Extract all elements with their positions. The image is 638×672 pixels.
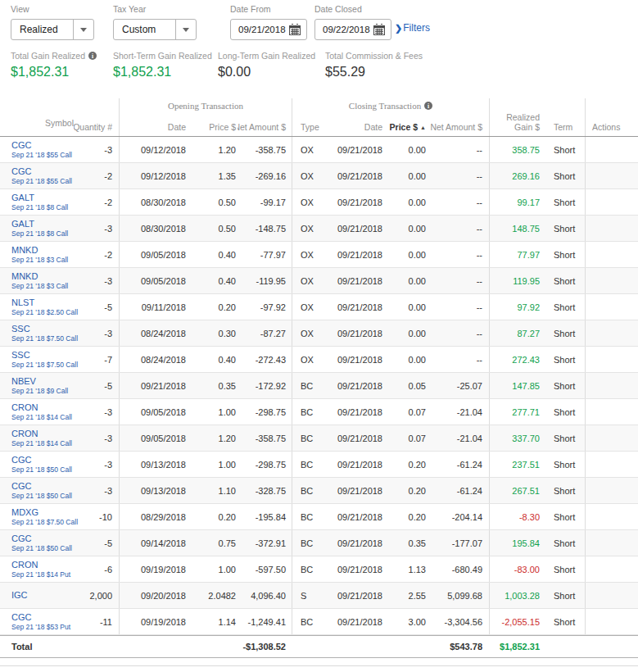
view-select[interactable]: Realized: [11, 19, 94, 40]
col-type[interactable]: Type: [292, 113, 328, 136]
option-description-link[interactable]: Sep 21 '18 $55 Call: [11, 177, 72, 186]
open-net-amount-cell: -372.91: [238, 530, 292, 556]
col-close-date[interactable]: Date: [328, 113, 387, 136]
symbol-link[interactable]: MDXG: [11, 507, 38, 518]
symbol-link[interactable]: SSC: [11, 350, 30, 361]
close-date-cell: 09/21/2018: [328, 242, 387, 267]
option-description-link[interactable]: Sep 21 '18 $50 Call: [11, 492, 72, 501]
col-symbol[interactable]: Symbol: [0, 113, 74, 136]
symbol-link[interactable]: MNKD: [11, 271, 38, 282]
open-net-amount-cell: -328.75: [238, 478, 292, 503]
symbol-cell: SSCSep 21 '18 $7.50 Call: [0, 320, 74, 346]
date-from-input[interactable]: 09/21/2018: [230, 19, 307, 40]
open-net-amount-cell: -358.75: [238, 137, 292, 162]
table-body: CGCSep 21 '18 $55 Call-309/12/20181.20-3…: [0, 137, 638, 635]
info-icon[interactable]: i: [424, 102, 432, 110]
term-cell: Short: [545, 347, 585, 372]
symbol-link[interactable]: GALT: [11, 219, 34, 229]
tax-year-select-arrow[interactable]: [175, 20, 196, 39]
close-price-cell: 0.20: [387, 452, 429, 477]
calendar-icon[interactable]: [289, 24, 301, 35]
symbol-link[interactable]: CRON: [11, 560, 38, 570]
date-closed-input[interactable]: 09/22/2018: [314, 19, 391, 40]
symbol-link[interactable]: GALT: [11, 193, 34, 203]
date-from-label: Date From: [230, 4, 307, 14]
option-description-link[interactable]: Sep 21 '18 $2.50 Call: [11, 308, 78, 317]
symbol-link[interactable]: MNKD: [11, 245, 38, 256]
col-realized-gain[interactable]: RealizedGain $: [489, 113, 545, 136]
col-close-net[interactable]: Net Amount $: [429, 113, 489, 136]
symbol-link[interactable]: CRON: [11, 402, 38, 413]
col-open-net[interactable]: Net Amount $: [238, 113, 292, 136]
option-description-link[interactable]: Sep 21 '18 $3 Call: [11, 256, 68, 265]
symbol-link[interactable]: CGC: [11, 166, 31, 177]
option-description-link[interactable]: Sep 21 '18 $7.50 Call: [11, 334, 78, 343]
filters-link[interactable]: ❯ Filters: [395, 22, 430, 34]
symbol-cell: CRONSep 21 '18 $14 Call: [0, 425, 74, 451]
col-open-price[interactable]: Price $: [191, 113, 238, 136]
actions-cell: [585, 583, 638, 608]
open-date-cell: 09/20/2018: [119, 583, 191, 608]
symbol-link[interactable]: NLST: [11, 297, 34, 308]
chevron-right-icon: ❯: [395, 23, 402, 34]
long-term-gain-summary: Long-Term Gain Realized $0.00: [218, 51, 315, 79]
option-description-link[interactable]: Sep 21 '18 $3 Call: [11, 282, 68, 291]
option-description-link[interactable]: Sep 21 '18 $7.50 Call: [11, 361, 78, 370]
close-price-cell: 2.55: [387, 583, 429, 608]
option-description-link[interactable]: Sep 21 '18 $50 Call: [11, 544, 72, 553]
close-net-amount-cell: 5,099.68: [429, 583, 489, 608]
close-type-cell: BC: [292, 609, 328, 634]
tax-year-select[interactable]: Custom: [113, 19, 197, 40]
option-description-link[interactable]: Sep 21 '18 $14 Call: [11, 413, 72, 422]
realized-gain-cell: 237.51: [489, 452, 545, 477]
col-open-date[interactable]: Date: [119, 113, 191, 136]
symbol-link[interactable]: CGC: [11, 534, 31, 544]
actions-cell: [585, 137, 638, 162]
option-description-link[interactable]: Sep 21 '18 $53 Put: [11, 623, 70, 632]
symbol-link[interactable]: CGC: [11, 481, 31, 492]
symbol-link[interactable]: CRON: [11, 429, 38, 439]
symbol-cell: MDXGSep 21 '18 $7.50 Call: [0, 504, 74, 529]
option-description-link[interactable]: Sep 21 '18 $8 Call: [11, 229, 68, 238]
calendar-icon[interactable]: [373, 24, 385, 35]
table-row: MNKDSep 21 '18 $3 Call-309/05/20180.40-1…: [0, 268, 638, 294]
open-price-cell: 1.10: [191, 478, 238, 503]
close-date-cell: 09/21/2018: [328, 556, 387, 582]
actions-cell: [585, 478, 638, 503]
option-description-link[interactable]: Sep 21 '18 $14 Put: [11, 570, 70, 579]
open-price-cell: 0.40: [191, 268, 238, 293]
col-term[interactable]: Term: [545, 113, 585, 136]
total-open-net: -$1,308.52: [238, 636, 292, 657]
term-cell: Short: [545, 452, 585, 477]
filters-link-label: Filters: [403, 22, 430, 34]
table-row: NBEVSep 21 '18 $9 Call-509/21/20180.35-1…: [0, 373, 638, 399]
term-cell: Short: [545, 137, 585, 162]
option-description-link[interactable]: Sep 21 '18 $14 Call: [11, 439, 72, 448]
symbol-link[interactable]: NBEV: [11, 376, 36, 387]
close-price-cell: 0.00: [387, 347, 429, 372]
option-description-link[interactable]: Sep 21 '18 $55 Call: [11, 151, 72, 160]
realized-gain-cell: -2,055.15: [489, 609, 545, 634]
col-close-price-sorted[interactable]: Price $▲: [387, 113, 429, 136]
option-description-link[interactable]: Sep 21 '18 $50 Call: [11, 465, 72, 474]
symbol-cell: IGC: [0, 583, 74, 608]
info-icon[interactable]: i: [88, 52, 97, 60]
term-cell: Short: [545, 556, 585, 582]
view-select-arrow[interactable]: [73, 20, 93, 39]
page-bottom-divider: [0, 665, 638, 666]
symbol-link[interactable]: CGC: [11, 140, 31, 151]
symbol-cell: MNKDSep 21 '18 $3 Call: [0, 242, 74, 267]
date-closed-group: Date Closed 09/22/2018: [314, 4, 391, 40]
symbol-link[interactable]: IGC: [11, 590, 28, 601]
symbol-link[interactable]: SSC: [11, 324, 30, 334]
option-description-link[interactable]: Sep 21 '18 $8 Call: [11, 203, 68, 212]
quantity-cell: 2,000: [74, 583, 119, 608]
col-quantity[interactable]: Quantity #: [74, 113, 119, 136]
symbol-link[interactable]: CGC: [11, 455, 31, 465]
option-description-link[interactable]: Sep 21 '18 $9 Call: [11, 387, 68, 396]
option-description-link[interactable]: Sep 21 '18 $7.50 Call: [11, 518, 78, 527]
chevron-down-icon: [183, 28, 189, 32]
symbol-cell: NBEVSep 21 '18 $9 Call: [0, 373, 74, 398]
close-type-cell: OX: [292, 320, 328, 346]
symbol-link[interactable]: CGC: [11, 612, 31, 623]
